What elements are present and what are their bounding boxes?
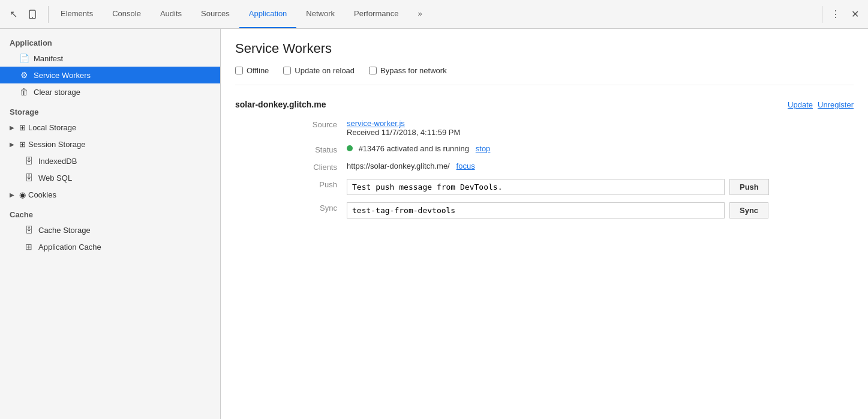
- tabs: Elements Console Audits Sources Applicat…: [51, 0, 822, 28]
- sidebar-item-session-storage[interactable]: ▶ ⊞ Session Storage: [0, 136, 220, 152]
- update-on-reload-checkbox[interactable]: [283, 67, 291, 74]
- update-link[interactable]: Update: [788, 100, 813, 109]
- options-row: Offline Update on reload Bypass for netw…: [235, 66, 854, 85]
- tab-network[interactable]: Network: [296, 0, 344, 28]
- main-layout: Application 📄 Manifest ⚙ Service Workers…: [0, 29, 868, 419]
- offline-label: Offline: [247, 66, 269, 75]
- sync-row: Sync: [347, 202, 854, 219]
- bypass-for-network-checkbox[interactable]: [369, 67, 377, 74]
- status-value: #13476 activated and is running stop: [347, 144, 854, 154]
- toolbar-icons: ↖: [5, 6, 49, 23]
- push-button[interactable]: Push: [729, 179, 769, 195]
- offline-option[interactable]: Offline: [235, 66, 269, 75]
- sync-button[interactable]: Sync: [729, 202, 768, 219]
- tab-application[interactable]: Application: [239, 0, 297, 28]
- grid-icon: ⊞: [24, 242, 34, 252]
- expand-arrow-icon: ▶: [10, 141, 17, 148]
- application-section-label: Application: [0, 31, 220, 50]
- tab-console[interactable]: Console: [103, 0, 151, 28]
- cookie-icon: ◉: [19, 190, 26, 199]
- sync-value: Sync: [347, 202, 854, 219]
- sidebar-item-application-cache-label: Application Cache: [38, 243, 101, 252]
- sidebar-item-web-sql[interactable]: 🗄 Web SQL: [0, 169, 220, 186]
- content-area: Service Workers Offline Update on reload…: [221, 29, 868, 419]
- sidebar-item-cookies[interactable]: ▶ ◉ Cookies: [0, 186, 220, 203]
- more-options-icon[interactable]: ⋮: [827, 6, 844, 23]
- sw-hostname: solar-donkey.glitch.me: [235, 100, 326, 109]
- sw-actions: Update Unregister: [788, 100, 854, 109]
- tab-sources[interactable]: Sources: [191, 0, 239, 28]
- sidebar-item-indexeddb[interactable]: 🗄 IndexedDB: [0, 152, 220, 169]
- update-on-reload-option[interactable]: Update on reload: [283, 66, 355, 75]
- toolbar: ↖ Elements Console Audits Sources Applic…: [0, 0, 868, 29]
- received-value: Received 11/7/2018, 4:11:59 PM: [347, 128, 460, 137]
- grid-icon: ⊞: [19, 123, 26, 132]
- bypass-for-network-label: Bypass for network: [380, 66, 447, 75]
- sidebar-item-indexeddb-label: IndexedDB: [38, 157, 77, 166]
- source-value: service-worker.js Received 11/7/2018, 4:…: [347, 119, 854, 137]
- sidebar-item-service-workers[interactable]: ⚙ Service Workers: [0, 67, 220, 83]
- sidebar-item-service-workers-label: Service Workers: [34, 71, 91, 80]
- mobile-icon[interactable]: [24, 6, 41, 23]
- cache-section-label: Cache: [0, 203, 220, 222]
- source-label: Source: [283, 119, 337, 137]
- sync-input[interactable]: [347, 202, 725, 219]
- push-row: Push: [347, 179, 854, 195]
- clients-label: Clients: [283, 161, 337, 172]
- push-input[interactable]: [347, 179, 725, 195]
- sidebar-item-manifest[interactable]: 📄 Manifest: [0, 50, 220, 67]
- update-on-reload-label: Update on reload: [295, 66, 355, 75]
- sidebar-item-cookies-label: Cookies: [28, 190, 56, 199]
- clients-value: https://solar-donkey.glitch.me/ focus: [347, 161, 854, 172]
- trash-icon: 🗑: [19, 87, 29, 97]
- close-icon[interactable]: ✕: [846, 6, 863, 23]
- sidebar-item-local-storage[interactable]: ▶ ⊞ Local Storage: [0, 119, 220, 136]
- sync-label: Sync: [283, 202, 337, 219]
- expand-arrow-icon: ▶: [10, 191, 17, 198]
- database-icon: 🗄: [24, 225, 34, 235]
- unregister-link[interactable]: Unregister: [818, 100, 854, 109]
- source-file-link[interactable]: service-worker.js: [347, 119, 405, 128]
- status-dot-icon: [347, 145, 353, 151]
- database-icon: 🗄: [24, 173, 34, 182]
- storage-section-label: Storage: [0, 100, 220, 119]
- tab-more[interactable]: »: [408, 0, 431, 28]
- database-icon: 🗄: [24, 156, 34, 166]
- sidebar-item-clear-storage-label: Clear storage: [34, 88, 80, 97]
- svg-point-1: [32, 17, 33, 18]
- sidebar-item-clear-storage[interactable]: 🗑 Clear storage: [0, 83, 220, 100]
- sidebar-item-manifest-label: Manifest: [34, 54, 63, 63]
- focus-link[interactable]: focus: [456, 161, 475, 170]
- document-icon: 📄: [19, 53, 29, 63]
- tab-audits[interactable]: Audits: [151, 0, 191, 28]
- sidebar-item-web-sql-label: Web SQL: [38, 173, 72, 182]
- sidebar: Application 📄 Manifest ⚙ Service Workers…: [0, 29, 221, 419]
- offline-checkbox[interactable]: [235, 67, 243, 74]
- sidebar-item-cache-storage-label: Cache Storage: [38, 226, 91, 235]
- push-label: Push: [283, 179, 337, 195]
- expand-arrow-icon: ▶: [10, 124, 17, 131]
- status-text: #13476 activated and is running: [359, 144, 469, 153]
- grid-icon: ⊞: [19, 140, 26, 149]
- page-title: Service Workers: [235, 41, 854, 56]
- service-worker-entry: solar-donkey.glitch.me Update Unregister…: [235, 100, 854, 219]
- gear-icon: ⚙: [19, 70, 29, 80]
- push-value: Push: [347, 179, 854, 195]
- stop-link[interactable]: stop: [476, 144, 491, 153]
- clients-url: https://solar-donkey.glitch.me/: [347, 161, 450, 170]
- toolbar-right: ⋮ ✕: [822, 6, 863, 23]
- sidebar-item-cache-storage[interactable]: 🗄 Cache Storage: [0, 222, 220, 238]
- sw-host-row: solar-donkey.glitch.me Update Unregister: [235, 100, 854, 109]
- sidebar-item-application-cache[interactable]: ⊞ Application Cache: [0, 238, 220, 255]
- cursor-icon[interactable]: ↖: [5, 6, 22, 23]
- tab-elements[interactable]: Elements: [51, 0, 103, 28]
- sidebar-item-local-storage-label: Local Storage: [28, 123, 76, 132]
- status-label: Status: [283, 144, 337, 154]
- sw-detail-grid: Source service-worker.js Received 11/7/2…: [283, 119, 854, 219]
- tab-performance[interactable]: Performance: [344, 0, 408, 28]
- bypass-for-network-option[interactable]: Bypass for network: [369, 66, 447, 75]
- sidebar-item-session-storage-label: Session Storage: [28, 140, 85, 149]
